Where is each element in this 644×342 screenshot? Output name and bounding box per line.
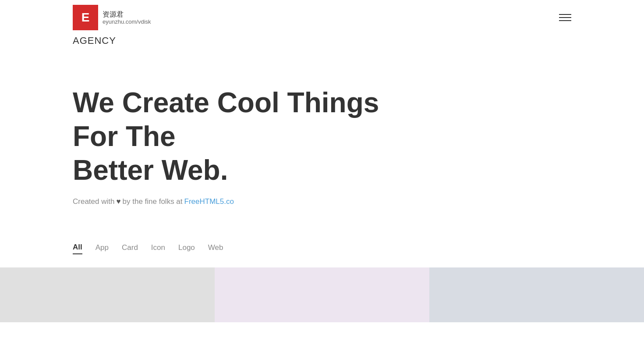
filter-tab-app[interactable]: App bbox=[96, 242, 109, 254]
agency-row: AGENCY bbox=[0, 35, 644, 51]
portfolio-item-2[interactable] bbox=[215, 267, 429, 322]
agency-title: AGENCY bbox=[73, 35, 571, 46]
hamburger-line-2 bbox=[559, 17, 571, 18]
filter-tab-logo[interactable]: Logo bbox=[178, 242, 195, 254]
filter-tab-web[interactable]: Web bbox=[208, 242, 223, 254]
freehtml5-link[interactable]: FreeHTML5.co bbox=[184, 197, 234, 206]
logo-icon: E bbox=[73, 5, 98, 30]
filter-tab-icon[interactable]: Icon bbox=[151, 242, 165, 254]
hamburger-line-3 bbox=[559, 20, 571, 21]
heart-icon: ♥ bbox=[116, 197, 120, 206]
portfolio-grid bbox=[0, 267, 644, 322]
filter-tab-all[interactable]: All bbox=[73, 241, 82, 254]
hamburger-icon[interactable] bbox=[559, 14, 571, 21]
portfolio-item-1[interactable] bbox=[0, 267, 215, 322]
filter-tab-card[interactable]: Card bbox=[122, 242, 138, 254]
filter-tabs: All App Card Icon Logo Web bbox=[73, 241, 571, 254]
filter-section: All App Card Icon Logo Web bbox=[0, 232, 644, 267]
logo-chinese: 资源君 bbox=[103, 10, 151, 18]
logo-text-block: 资源君 eyunzhu.com/vdisk bbox=[103, 10, 151, 25]
hero-subtitle: Created with ♥ by the fine folks at Free… bbox=[73, 197, 571, 206]
hamburger-button[interactable] bbox=[559, 14, 571, 21]
logo[interactable]: E 资源君 eyunzhu.com/vdisk bbox=[73, 5, 151, 30]
portfolio-item-3[interactable] bbox=[429, 267, 644, 322]
hero-title: We Create Cool Things For The Better Web… bbox=[73, 86, 423, 187]
logo-url: eyunzhu.com/vdisk bbox=[103, 18, 151, 25]
hamburger-line-1 bbox=[559, 14, 571, 15]
hero-section: We Create Cool Things For The Better Web… bbox=[0, 51, 644, 232]
top-bar: E 资源君 eyunzhu.com/vdisk bbox=[0, 0, 644, 35]
